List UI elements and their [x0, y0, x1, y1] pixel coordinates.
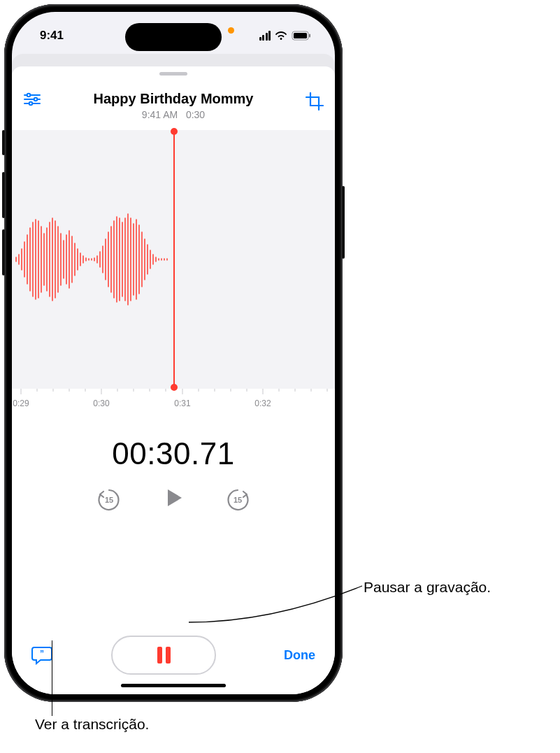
- pause-icon: [157, 647, 171, 664]
- play-button[interactable]: [159, 484, 187, 515]
- callout-transcript-label: Ver a transcrição.: [35, 716, 149, 733]
- elapsed-timer: 00:30.71: [12, 436, 335, 471]
- volume-up-button: [2, 172, 5, 218]
- recording-header: Happy Birthday Mommy 9:41 AM 0:30: [12, 78, 335, 126]
- skip-back-15-button[interactable]: 15: [95, 485, 123, 513]
- transport-controls: 15 15: [12, 484, 335, 515]
- svg-rect-2: [309, 34, 310, 38]
- svg-point-6: [34, 98, 38, 101]
- recording-duration: 0:30: [186, 109, 205, 120]
- wifi-icon: [275, 31, 287, 41]
- callout-pause-line: [189, 586, 364, 628]
- ruler-label: 0:32: [254, 399, 271, 408]
- sheet-grabber[interactable]: [159, 72, 187, 76]
- microphone-indicator-dot: [228, 27, 234, 34]
- crop-button[interactable]: [306, 92, 324, 110]
- status-time: 9:41: [40, 29, 64, 43]
- ruler-label: 0:31: [174, 399, 190, 408]
- status-icons: [259, 31, 312, 41]
- dynamic-island: [125, 23, 222, 51]
- time-ruler[interactable]: 0:29 0:30 0:31 0:32: [12, 389, 335, 418]
- recording-subtitle: 9:41 AM 0:30: [20, 109, 326, 120]
- side-button: [2, 130, 5, 155]
- battery-icon: [292, 31, 311, 41]
- options-button[interactable]: [23, 92, 41, 106]
- volume-down-button: [2, 229, 5, 275]
- done-button[interactable]: Done: [273, 648, 315, 663]
- svg-point-4: [27, 94, 31, 97]
- skip-forward-15-button[interactable]: 15: [224, 485, 252, 513]
- ruler-label: 0:29: [13, 399, 29, 408]
- home-indicator[interactable]: [121, 684, 226, 687]
- svg-text:15: 15: [234, 496, 242, 504]
- pause-recording-button[interactable]: [111, 636, 216, 675]
- callout-transcript-line: [52, 640, 52, 716]
- recording-title[interactable]: Happy Birthday Mommy: [20, 91, 326, 107]
- svg-point-8: [29, 102, 33, 106]
- power-button: [342, 186, 345, 259]
- cellular-icon: [259, 31, 271, 41]
- svg-rect-1: [294, 33, 307, 38]
- transcript-button[interactable]: ”: [31, 645, 54, 665]
- waveform-area[interactable]: [12, 130, 335, 389]
- callout-pause-label: Pausar a gravação.: [364, 579, 491, 596]
- svg-text:15: 15: [105, 496, 113, 504]
- playhead[interactable]: [173, 131, 175, 387]
- svg-text:”: ”: [40, 649, 44, 659]
- recording-time: 9:41 AM: [142, 109, 178, 120]
- ruler-label: 0:30: [93, 399, 109, 408]
